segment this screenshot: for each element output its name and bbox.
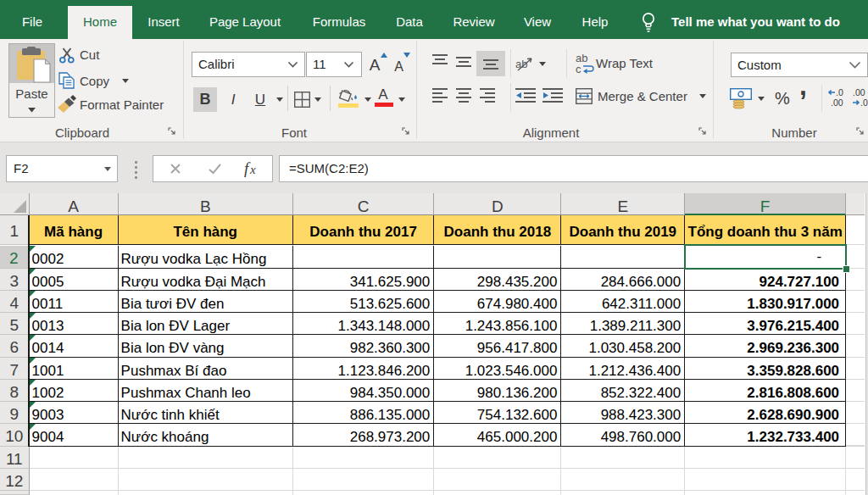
svg-text:c: c bbox=[576, 63, 581, 75]
svg-text:.0: .0 bbox=[860, 97, 868, 108]
svg-text:x: x bbox=[249, 163, 256, 176]
svg-text:.0: .0 bbox=[836, 87, 843, 97]
svg-text:.00: .00 bbox=[831, 97, 843, 108]
svg-text:.00: .00 bbox=[853, 87, 865, 97]
svg-text:,: , bbox=[799, 70, 807, 101]
